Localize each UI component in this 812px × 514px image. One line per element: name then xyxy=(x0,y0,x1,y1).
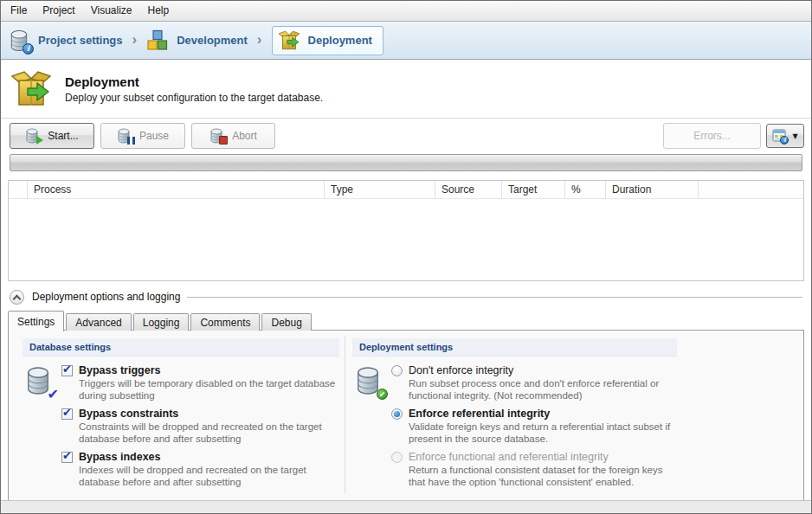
info-badge: i xyxy=(780,136,789,145)
column-header-type[interactable]: Type xyxy=(325,181,435,198)
option-label: Bypass constraints xyxy=(79,408,178,420)
check-badge: ✔ xyxy=(48,386,59,402)
radio-selected-icon xyxy=(391,408,403,420)
breadcrumb-project-settings[interactable]: i Project settings xyxy=(8,29,123,52)
database-stop-icon xyxy=(209,128,224,145)
bypass-constraints-checkbox[interactable]: ✔ Bypass constraints xyxy=(61,408,339,420)
database-play-icon xyxy=(25,128,40,145)
stop-icon xyxy=(219,136,228,145)
collapse-button[interactable] xyxy=(10,290,24,305)
database-check-blue-icon: ✔ xyxy=(25,366,55,397)
database-info-icon: i xyxy=(8,29,30,52)
database-settings-group: Database settings ✔ ✔ Bypass triggers Tr… xyxy=(23,338,339,494)
column-header-process[interactable]: Process xyxy=(28,181,325,198)
option-label: Don't enforce integrity xyxy=(409,364,513,376)
start-button-label: Start... xyxy=(48,130,78,142)
menu-bar: File Project Visualize Help xyxy=(1,1,811,22)
option-enforce-referential-integrity: Enforce referential integrity Validate f… xyxy=(391,408,677,445)
report-info-icon: i xyxy=(772,129,786,143)
chevron-right-icon: › xyxy=(257,32,262,49)
errors-button[interactable]: Errors... xyxy=(663,123,761,149)
pause-button[interactable]: Pause xyxy=(100,123,185,149)
chevron-up-icon xyxy=(13,294,22,303)
column-header-source[interactable]: Source xyxy=(435,181,502,198)
menu-file[interactable]: File xyxy=(3,1,35,21)
options-section-title: Deployment options and logging xyxy=(32,291,180,303)
report-dropdown-button[interactable]: i ▼ xyxy=(766,124,804,148)
chevron-down-icon: ▼ xyxy=(792,132,797,140)
enforce-referential-integrity-radio[interactable]: Enforce referential integrity xyxy=(391,408,677,420)
breadcrumb-deployment[interactable]: Deployment xyxy=(272,26,383,55)
deployment-progress-bar xyxy=(10,154,802,171)
section-divider xyxy=(187,297,802,298)
tab-logging[interactable]: Logging xyxy=(133,313,190,331)
process-table-header: Process Type Source Target % Duration xyxy=(9,181,803,199)
start-button[interactable]: Start... xyxy=(10,123,94,149)
pause-icon xyxy=(127,137,135,145)
menu-project[interactable]: Project xyxy=(35,1,82,21)
chevron-right-icon: › xyxy=(132,32,138,49)
package-arrow-icon xyxy=(10,68,52,110)
column-header-blank[interactable] xyxy=(9,181,28,198)
app-window: File Project Visualize Help i Project se… xyxy=(0,0,812,514)
abort-button[interactable]: Abort xyxy=(191,123,275,149)
option-description: Indexes will be dropped and recreated on… xyxy=(79,464,338,488)
page-header: Deployment Deploy your subset configurat… xyxy=(1,60,811,119)
option-bypass-indexes: ✔ Bypass indexes Indexes will be dropped… xyxy=(61,451,339,488)
pause-button-label: Pause xyxy=(139,130,169,142)
page-subtitle: Deploy your subset configuration to the … xyxy=(65,92,323,104)
column-header-target[interactable]: Target xyxy=(502,181,565,198)
check-badge: ✔ xyxy=(377,389,388,400)
column-header-trailing xyxy=(699,181,803,198)
errors-button-label: Errors... xyxy=(693,130,731,142)
breadcrumb-label: Deployment xyxy=(308,34,372,47)
deployment-settings-header: Deployment settings xyxy=(352,338,677,357)
settings-tab-panel: Database settings ✔ ✔ Bypass triggers Tr… xyxy=(8,330,804,501)
options-tabs: Settings Advanced Logging Comments Debug xyxy=(8,310,313,331)
option-label: Bypass triggers xyxy=(79,364,160,376)
database-check-green-icon: ✔ xyxy=(355,366,384,397)
panel-divider xyxy=(345,336,345,493)
option-label: Bypass indexes xyxy=(79,451,161,463)
tab-comments[interactable]: Comments xyxy=(190,313,260,331)
option-description: Triggers will be temporary disabled on t… xyxy=(79,377,338,402)
column-header-percent[interactable]: % xyxy=(565,181,606,198)
breadcrumb-label: Project settings xyxy=(38,34,123,47)
tab-advanced[interactable]: Advanced xyxy=(66,313,131,331)
option-description: Validate foreign keys and return a refer… xyxy=(409,421,677,445)
cubes-icon xyxy=(146,29,169,52)
deployment-settings-group: Deployment settings ✔ Don't enforce inte… xyxy=(352,338,677,494)
radio-icon xyxy=(391,365,403,376)
tab-settings[interactable]: Settings xyxy=(8,311,64,331)
radio-disabled-icon xyxy=(391,452,403,463)
menu-help[interactable]: Help xyxy=(140,1,177,21)
options-section-row: Deployment options and logging xyxy=(10,289,802,305)
option-bypass-constraints: ✔ Bypass constraints Constraints will be… xyxy=(61,408,339,445)
process-table-body xyxy=(9,199,803,280)
bypass-triggers-checkbox[interactable]: ✔ Bypass triggers xyxy=(61,364,339,376)
enforce-functional-integrity-radio[interactable]: Enforce functional and referential integ… xyxy=(391,451,677,463)
bypass-indexes-checkbox[interactable]: ✔ Bypass indexes xyxy=(61,451,339,463)
status-bar xyxy=(1,500,811,513)
database-settings-header: Database settings xyxy=(23,338,339,357)
option-label: Enforce functional and referential integ… xyxy=(409,451,609,463)
column-header-duration[interactable]: Duration xyxy=(606,181,699,198)
tab-debug[interactable]: Debug xyxy=(261,313,311,331)
option-enforce-functional-referential-integrity: Enforce functional and referential integ… xyxy=(391,451,677,488)
checkbox-icon: ✔ xyxy=(61,365,73,376)
play-icon xyxy=(36,136,43,145)
option-description: Run subset process once and don't enforc… xyxy=(409,377,677,402)
option-bypass-triggers: ✔ Bypass triggers Triggers will be tempo… xyxy=(61,364,339,402)
breadcrumb-label: Development xyxy=(177,34,248,47)
option-description: Return a functional consistent dataset f… xyxy=(409,464,677,488)
page-title: Deployment xyxy=(65,74,323,89)
breadcrumb-development[interactable]: Development xyxy=(146,29,248,52)
menu-visualize[interactable]: Visualize xyxy=(83,1,140,21)
option-label: Enforce referential integrity xyxy=(409,408,550,420)
process-table: Process Type Source Target % Duration xyxy=(8,180,804,281)
info-badge: i xyxy=(23,43,34,55)
database-pause-icon xyxy=(117,128,132,145)
checkbox-icon: ✔ xyxy=(61,452,73,463)
checkbox-icon: ✔ xyxy=(61,408,73,420)
dont-enforce-integrity-radio[interactable]: Don't enforce integrity xyxy=(391,364,677,376)
